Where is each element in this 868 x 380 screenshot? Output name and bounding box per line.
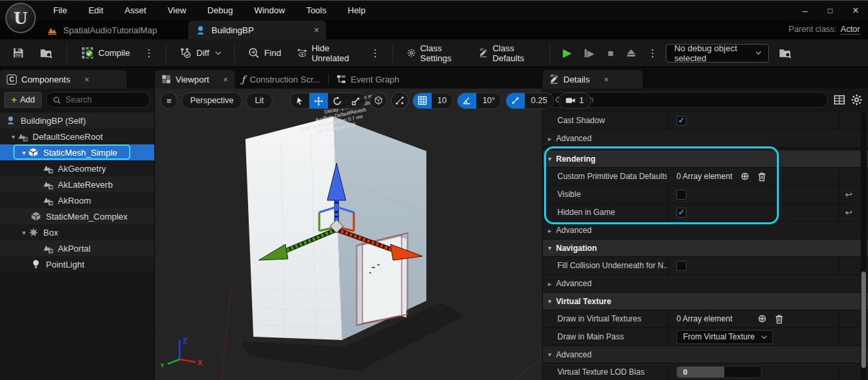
lod-bias-spinbox[interactable]: 0 bbox=[676, 366, 762, 378]
close-tab-icon[interactable]: × bbox=[314, 25, 319, 35]
find-button[interactable]: Find bbox=[242, 43, 287, 64]
tab-spatialaudiotutorialmap[interactable]: SpatialAudioTutorialMap bbox=[47, 21, 157, 39]
rotation-snap-toggle[interactable] bbox=[458, 93, 476, 109]
tab-buildingbp[interactable]: BuildingBP × bbox=[188, 21, 326, 39]
class-defaults-button[interactable]: Class Defaults bbox=[473, 43, 541, 64]
menu-debug[interactable]: Debug bbox=[197, 1, 243, 21]
close-icon[interactable]: × bbox=[84, 75, 90, 85]
debug-object-dropdown[interactable]: No debug object selected bbox=[666, 44, 769, 63]
revert-icon[interactable]: ↩ bbox=[845, 190, 853, 200]
cast-shadow-checkbox[interactable]: ✓ bbox=[676, 116, 686, 126]
add-component-button[interactable]: + Add bbox=[4, 92, 42, 108]
3d-scene[interactable]: 445.17 square meters Decay: 1.35 seconds… bbox=[155, 89, 542, 380]
visible-checkbox[interactable]: ✓ bbox=[676, 190, 686, 200]
menu-help[interactable]: Help bbox=[337, 1, 376, 21]
trash-icon[interactable] bbox=[757, 172, 767, 182]
add-array-element-icon[interactable]: ⊕ bbox=[740, 171, 749, 182]
tree-row-staticmesh-complex[interactable]: StaticMesh_Complex bbox=[0, 208, 154, 224]
hide-unrelated-kebab-icon[interactable]: ⋮ bbox=[366, 47, 384, 59]
compile-button[interactable]: Compile bbox=[75, 43, 136, 64]
display-filter-icon[interactable] bbox=[833, 94, 845, 106]
save-button[interactable] bbox=[7, 43, 30, 64]
rotation-snap-value[interactable]: 10° bbox=[476, 96, 501, 105]
parent-class-link[interactable]: Actor bbox=[841, 25, 860, 35]
hide-unrelated-button[interactable]: Hide Unrelated bbox=[291, 43, 362, 64]
browse-debug-object-button[interactable] bbox=[773, 43, 797, 64]
eject-button[interactable] bbox=[623, 49, 640, 57]
menu-edit[interactable]: Edit bbox=[78, 1, 114, 21]
tree-row-akroom[interactable]: AkRoom bbox=[0, 192, 154, 208]
minimize-button[interactable]: – bbox=[803, 5, 808, 16]
tree-row-akgeometry[interactable]: AkGeometry bbox=[0, 160, 154, 176]
category-virtual-texture[interactable]: ▾ Virtual Texture bbox=[543, 293, 868, 310]
browse-asset-button[interactable] bbox=[34, 43, 59, 64]
fill-collision-checkbox[interactable]: ✓ bbox=[676, 261, 686, 271]
details-search-input[interactable] bbox=[567, 95, 821, 104]
menu-view[interactable]: View bbox=[157, 1, 197, 21]
menu-file[interactable]: File bbox=[43, 1, 78, 21]
tree-row-defaultsceneroot[interactable]: ▾ DefaultSceneRoot bbox=[0, 128, 154, 144]
tab-components[interactable]: C Components × bbox=[0, 70, 126, 89]
surface-snapping-button[interactable] bbox=[391, 92, 408, 109]
class-settings-button[interactable]: Class Settings bbox=[401, 43, 470, 64]
revert-icon[interactable]: ↩ bbox=[845, 208, 853, 218]
menu-window[interactable]: Window bbox=[243, 1, 295, 21]
tab-details[interactable]: Details × bbox=[543, 70, 643, 89]
viewport-options-button[interactable]: ≡ bbox=[160, 92, 178, 109]
add-array-element-icon[interactable]: ⊕ bbox=[758, 313, 766, 324]
rotate-tool-button[interactable] bbox=[328, 93, 347, 109]
close-icon[interactable]: × bbox=[223, 75, 228, 85]
chevron-down-icon[interactable]: ▾ bbox=[9, 133, 17, 140]
diff-button[interactable]: Diff bbox=[174, 43, 225, 64]
tab-event-graph[interactable]: Event Graph bbox=[330, 70, 406, 89]
tab-construction-script[interactable]: ƒ Construction Scr... bbox=[235, 70, 327, 89]
menu-asset[interactable]: Asset bbox=[114, 1, 157, 21]
chevron-down-icon[interactable]: ▾ bbox=[20, 229, 28, 236]
menu-tools[interactable]: Tools bbox=[295, 1, 337, 21]
tree-row-box[interactable]: ▾ Box bbox=[0, 224, 154, 240]
settings-gear-icon[interactable] bbox=[851, 94, 863, 106]
category-advanced-rendering[interactable]: ▸ Advanced bbox=[543, 222, 868, 240]
viewport-canvas[interactable]: 445.17 square meters Decay: 1.35 seconds… bbox=[155, 89, 542, 380]
frame-skip-button[interactable]: ▶ bbox=[580, 48, 599, 59]
grid-snap-toggle[interactable] bbox=[413, 93, 432, 109]
rotation-snap-control[interactable]: 10° bbox=[457, 93, 502, 109]
close-icon[interactable]: × bbox=[604, 75, 609, 85]
grid-snap-value[interactable]: 10 bbox=[432, 96, 453, 105]
lit-dropdown[interactable]: Lit bbox=[246, 93, 272, 109]
tree-row-buildingbp-self[interactable]: BuildingBP (Self) bbox=[0, 112, 154, 128]
play-options-kebab-icon[interactable]: ⋮ bbox=[644, 47, 662, 59]
category-advanced-virtual-texture[interactable]: ▾ Advanced bbox=[543, 346, 868, 363]
maximize-button[interactable]: □ bbox=[827, 6, 832, 15]
camera-speed-control[interactable]: 1 bbox=[558, 93, 591, 109]
components-search-input[interactable] bbox=[65, 95, 144, 104]
select-tool-button[interactable] bbox=[291, 93, 309, 109]
hidden-in-game-checkbox[interactable]: ✓ bbox=[676, 208, 686, 218]
details-scrollbar-thumb[interactable] bbox=[861, 272, 866, 368]
tab-viewport[interactable]: Viewport × bbox=[155, 70, 235, 89]
scale-snap-control[interactable]: 0.25 bbox=[506, 93, 553, 109]
category-advanced-lighting[interactable]: ▸ Advanced bbox=[543, 130, 868, 148]
tree-row-pointlight[interactable]: PointLight bbox=[0, 256, 154, 272]
scale-snap-value[interactable]: 0.25 bbox=[525, 96, 553, 105]
scale-tool-button[interactable] bbox=[347, 93, 365, 109]
world-local-toggle-button[interactable] bbox=[370, 92, 387, 109]
move-tool-button[interactable] bbox=[309, 93, 328, 109]
components-search[interactable] bbox=[46, 92, 150, 108]
grid-snap-control[interactable]: 10 bbox=[412, 93, 454, 109]
tree-row-akportal[interactable]: AkPortal bbox=[0, 240, 154, 256]
category-navigation[interactable]: ▾ Navigation bbox=[543, 240, 868, 257]
tree-row-staticmesh-simple[interactable]: ▾ StaticMesh_Simple bbox=[0, 144, 154, 160]
trash-icon[interactable] bbox=[774, 314, 784, 324]
compile-options-kebab-icon[interactable]: ⋮ bbox=[140, 47, 158, 59]
category-rendering[interactable]: ▾ Rendering bbox=[543, 150, 868, 168]
draw-in-main-pass-dropdown[interactable]: From Virtual Texture bbox=[676, 330, 773, 344]
scale-snap-toggle[interactable] bbox=[506, 93, 525, 109]
tree-row-aklatereverb[interactable]: AkLateReverb bbox=[0, 176, 154, 192]
stop-button[interactable]: ■ bbox=[603, 47, 619, 59]
close-window-button[interactable]: × bbox=[853, 5, 859, 17]
play-button[interactable]: ▶ bbox=[558, 46, 576, 60]
perspective-dropdown[interactable]: Perspective bbox=[182, 93, 242, 109]
chevron-down-icon[interactable]: ▾ bbox=[20, 149, 28, 156]
category-advanced-navigation[interactable]: ▸ Advanced bbox=[543, 275, 868, 293]
